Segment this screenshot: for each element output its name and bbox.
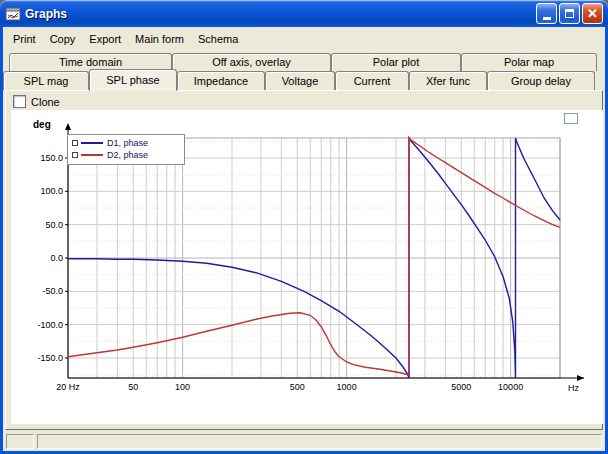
legend-handle-icon[interactable] bbox=[72, 140, 78, 146]
menu-schema[interactable]: Schema bbox=[191, 31, 245, 47]
window-title: Graphs bbox=[25, 7, 536, 21]
menu-export[interactable]: Export bbox=[82, 31, 128, 47]
status-cell-main bbox=[37, 434, 602, 449]
legend-item-d2[interactable]: D2, phase bbox=[68, 149, 184, 161]
x-tick-label: 50 bbox=[128, 382, 138, 392]
legend-item-d1[interactable]: D1, phase bbox=[68, 137, 184, 149]
x-tick-label: 1000 bbox=[337, 382, 357, 392]
tab-current[interactable]: Current bbox=[335, 71, 409, 90]
clone-checkbox[interactable] bbox=[13, 95, 26, 108]
legend-label-d1: D1, phase bbox=[107, 137, 148, 149]
titlebar[interactable]: Graphs ✕ bbox=[0, 0, 608, 27]
tab-row-lower: SPL mag SPL phase Impedance Voltage Curr… bbox=[3, 71, 595, 90]
x-tick-label: 10000 bbox=[498, 382, 523, 392]
series-curve-1 bbox=[68, 138, 560, 375]
x-tick-label: 500 bbox=[290, 382, 305, 392]
status-cell-left bbox=[6, 434, 34, 449]
y-tick-label: 100.0 bbox=[40, 186, 63, 196]
tab-xfer-func[interactable]: Xfer func bbox=[409, 71, 487, 90]
clone-label: Clone bbox=[31, 96, 60, 108]
tab-off-axis-overlay[interactable]: Off axis, overlay bbox=[172, 53, 331, 71]
y-tick-label: 50.0 bbox=[45, 220, 63, 230]
close-button[interactable]: ✕ bbox=[582, 3, 603, 24]
close-icon: ✕ bbox=[587, 7, 598, 20]
app-icon bbox=[5, 6, 21, 22]
y-axis-unit-label: deg bbox=[33, 119, 51, 130]
clone-checkbox-row: Clone bbox=[13, 95, 60, 108]
minimize-icon bbox=[543, 17, 551, 20]
window-controls: ✕ bbox=[536, 3, 603, 24]
chart-grid bbox=[68, 138, 560, 378]
menu-print[interactable]: Print bbox=[6, 31, 43, 47]
y-tick-label: 150.0 bbox=[40, 153, 63, 163]
legend-label-d2: D2, phase bbox=[107, 149, 148, 161]
legend-line-sample-d1 bbox=[81, 142, 103, 144]
tab-polar-plot[interactable]: Polar plot bbox=[331, 53, 461, 71]
minimize-button[interactable] bbox=[536, 3, 557, 24]
tab-impedance[interactable]: Impedance bbox=[177, 71, 265, 90]
x-tick-label: 20 Hz bbox=[56, 382, 80, 392]
maximize-button[interactable] bbox=[559, 3, 580, 24]
chart-corner-button[interactable] bbox=[564, 113, 578, 124]
menubar: Print Copy Export Main form Schema bbox=[3, 29, 605, 48]
y-tick-label: -50.0 bbox=[42, 286, 63, 296]
maximize-icon bbox=[565, 9, 574, 18]
tab-voltage[interactable]: Voltage bbox=[265, 71, 335, 90]
tab-group-delay[interactable]: Group delay bbox=[487, 71, 595, 90]
x-axis-unit-label: Hz bbox=[568, 383, 579, 393]
y-tick-label: -150.0 bbox=[37, 353, 63, 363]
menu-copy[interactable]: Copy bbox=[43, 31, 83, 47]
legend-handle-icon[interactable] bbox=[72, 152, 78, 158]
y-tick-label: 0.0 bbox=[50, 253, 63, 263]
menu-main-form[interactable]: Main form bbox=[128, 31, 191, 47]
x-tick-label: 100 bbox=[175, 382, 190, 392]
graphs-window: Graphs ✕ Print Copy Export Main form Sch… bbox=[0, 0, 608, 454]
window-body: Print Copy Export Main form Schema Time … bbox=[0, 27, 608, 454]
legend-line-sample-d2 bbox=[81, 154, 103, 156]
tab-spl-mag[interactable]: SPL mag bbox=[3, 71, 89, 90]
status-bar bbox=[4, 432, 604, 450]
x-tick-label: 5000 bbox=[451, 382, 471, 392]
tab-spl-phase[interactable]: SPL phase bbox=[89, 69, 177, 91]
y-tick-label: -100.0 bbox=[37, 320, 63, 330]
tab-polar-map[interactable]: Polar map bbox=[461, 53, 597, 71]
chart-area: 150.0100.050.00.0-50.0-100.0-150.020 Hz5… bbox=[11, 110, 603, 424]
chart-legend[interactable]: D1, phase D2, phase bbox=[67, 134, 185, 165]
